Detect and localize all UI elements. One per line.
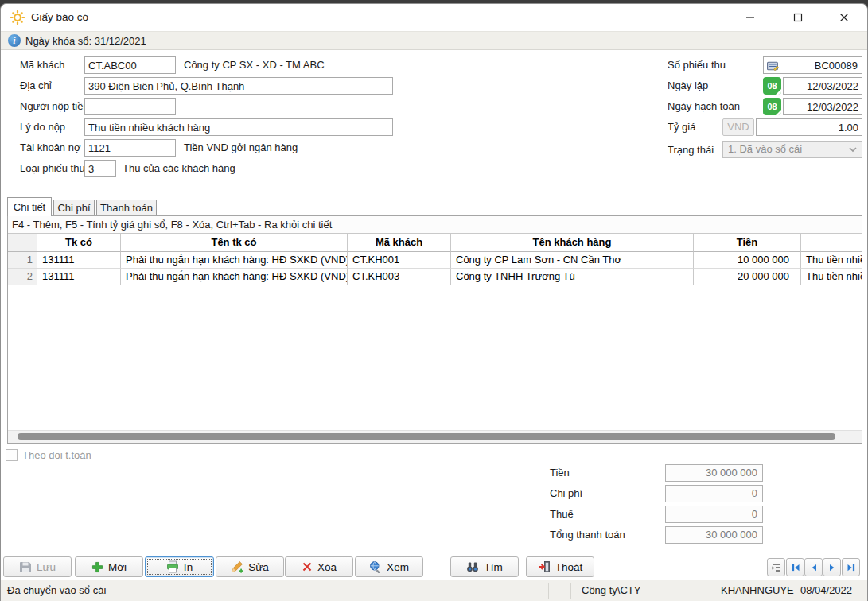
plus-icon: [91, 561, 103, 573]
tong-thanh-toan-value: 30 000 000: [665, 526, 763, 544]
tab-thanh-toan[interactable]: Thanh toán: [96, 200, 157, 216]
record-list-button[interactable]: [767, 558, 785, 576]
ly-do-nop-input[interactable]: [84, 118, 393, 136]
screen: Giấy báo có Ngày khóa sổ: 31/12/2021 Mã …: [0, 0, 868, 601]
info-bar: Ngày khóa sổ: 31/12/2021: [1, 31, 867, 50]
calendar-icon[interactable]: 08: [763, 77, 781, 95]
chevron-down-icon: [849, 147, 857, 153]
calendar-icon[interactable]: 08: [763, 98, 781, 115]
row-number[interactable]: 1: [8, 252, 37, 269]
nguoi-nop-tien-input[interactable]: [84, 98, 176, 115]
table-row[interactable]: 1 131111 Phải thu ngắn hạn khách hàng: H…: [8, 252, 862, 269]
ly-do-nop-label: Lý do nộp: [20, 121, 65, 133]
loai-phieu-thu-label: Loại phiếu thu: [20, 162, 85, 174]
find-button[interactable]: Tìm: [450, 556, 519, 577]
tab-chi-phi[interactable]: Chi phí: [53, 200, 95, 216]
cell-ten-khach-hang[interactable]: Công ty TNHH Trương Tú: [451, 269, 694, 285]
maximize-button[interactable]: [780, 4, 816, 30]
thue-total-value: 0: [665, 506, 763, 523]
table-row[interactable]: 2 131111 Phải thu ngắn hạn khách hàng: H…: [8, 269, 862, 285]
loai-phieu-thu-desc: Thu của các khách hàng: [123, 162, 235, 174]
maximize-icon: [793, 13, 803, 22]
ma-khach-input[interactable]: [84, 56, 176, 74]
statusbar-separator: [570, 583, 571, 599]
first-record-button[interactable]: [786, 558, 804, 576]
col-dien-giai[interactable]: [801, 234, 862, 252]
tai-khoan-no-label: Tài khoản nợ: [20, 142, 80, 153]
ty-gia-input[interactable]: [756, 118, 862, 136]
printer-icon: [166, 560, 179, 573]
loai-phieu-thu-input[interactable]: [84, 160, 116, 177]
calendar-day-badge: 08: [767, 81, 777, 91]
nguoi-nop-tien-label: Người nộp tiền: [20, 100, 89, 112]
edit-button[interactable]: Sửa: [216, 556, 284, 577]
chi-phi-total-value: 0: [665, 485, 763, 502]
col-ten-khach-hang[interactable]: Tên khách hàng: [451, 234, 694, 252]
theo-doi-ttoan-label: Theo dõi t.toán: [22, 449, 91, 461]
next-record-button[interactable]: [823, 558, 841, 576]
last-record-icon: [847, 563, 856, 572]
previous-record-icon: [809, 563, 819, 572]
cell-dien-giai[interactable]: Thu tiền nhiề: [801, 252, 862, 269]
status-bar: Đã chuyển vào sổ cái Công ty\CTY KHANHNG…: [1, 580, 867, 601]
cell-ten-tk-co[interactable]: Phải thu ngắn hạn khách hàng: HĐ SXKD (V…: [121, 252, 348, 269]
exit-button[interactable]: Thoát: [526, 556, 594, 577]
save-button[interactable]: Lưu: [3, 556, 72, 577]
so-phieu-thu-label: Số phiếu thu: [668, 59, 726, 71]
view-button[interactable]: Xem: [355, 556, 423, 577]
lock-date-text: Ngày khóa sổ: 31/12/2021: [25, 35, 146, 47]
next-record-icon: [827, 563, 837, 572]
ty-gia-label: Tỷ giá: [668, 121, 695, 133]
status-message: Đã chuyển vào sổ cái: [7, 584, 106, 596]
dia-chi-input[interactable]: [84, 77, 393, 95]
so-phieu-thu-field[interactable]: BC00089: [763, 56, 862, 74]
info-icon: [8, 34, 21, 47]
cell-ten-tk-co[interactable]: Phải thu ngắn hạn khách hàng: HĐ SXKD (V…: [121, 269, 348, 285]
cell-ten-khach-hang[interactable]: Công ty CP Lam Sơn - CN Cần Thơ: [451, 252, 694, 269]
titlebar: Giấy báo có: [1, 4, 867, 31]
ma-khach-desc: Công ty CP SX - XD - TM ABC: [184, 59, 325, 71]
thue-total-label: Thuế: [550, 508, 574, 520]
col-tk-co[interactable]: Tk có: [37, 234, 121, 252]
cell-dien-giai[interactable]: Thu tiền nhiề: [801, 269, 862, 285]
pencil-icon: [231, 560, 243, 573]
trang-thai-value: 1. Đã vào sổ cái: [728, 143, 802, 155]
col-tien[interactable]: Tiền: [694, 234, 801, 252]
minimize-icon: [745, 13, 755, 22]
cell-tk-co[interactable]: 131111: [37, 252, 121, 269]
cell-tien[interactable]: 20 000 000: [694, 269, 801, 285]
minimize-button[interactable]: [732, 4, 769, 30]
cell-tien[interactable]: 10 000 000: [694, 252, 801, 269]
binoculars-icon: [466, 560, 479, 573]
tien-total-value: 30 000 000: [665, 464, 763, 482]
trang-thai-select[interactable]: 1. Đã vào sổ cái: [722, 141, 862, 158]
previous-record-button[interactable]: [804, 558, 823, 576]
tien-total-label: Tiền: [550, 467, 570, 479]
horizontal-scrollbar[interactable]: [8, 430, 862, 443]
last-record-button[interactable]: [842, 558, 860, 576]
col-ten-tk-co[interactable]: Tên tk có: [121, 234, 348, 252]
print-button[interactable]: In: [145, 556, 214, 577]
tab-chi-tiet[interactable]: Chi tiết: [7, 197, 52, 216]
list-icon: [771, 562, 782, 573]
trang-thai-label: Trạng thái: [668, 144, 714, 156]
exit-door-icon: [538, 560, 551, 573]
row-number[interactable]: 2: [8, 269, 37, 285]
grid-header-row: Tk có Tên tk có Mã khách Tên khách hàng …: [8, 234, 862, 252]
ngay-lap-input[interactable]: [783, 77, 862, 95]
theo-doi-ttoan-checkbox[interactable]: [6, 449, 18, 461]
chi-phi-total-label: Chi phí: [550, 487, 582, 499]
tai-khoan-no-input[interactable]: [84, 139, 176, 157]
status-company: Công ty\CTY: [582, 584, 640, 596]
ngay-hach-toan-input[interactable]: [783, 98, 862, 115]
cell-ma-khach[interactable]: CT.KH003: [348, 269, 451, 285]
close-button[interactable]: [826, 4, 862, 30]
scrollbar-thumb[interactable]: [18, 433, 835, 440]
cell-ma-khach[interactable]: CT.KH001: [348, 252, 451, 269]
cell-tk-co[interactable]: 131111: [37, 269, 121, 285]
new-button[interactable]: Mới: [75, 556, 143, 577]
ngay-lap-label: Ngày lập: [668, 79, 708, 91]
col-row-number[interactable]: [8, 234, 37, 252]
col-ma-khach[interactable]: Mã khách: [348, 234, 451, 252]
delete-button[interactable]: Xóa: [285, 556, 353, 577]
